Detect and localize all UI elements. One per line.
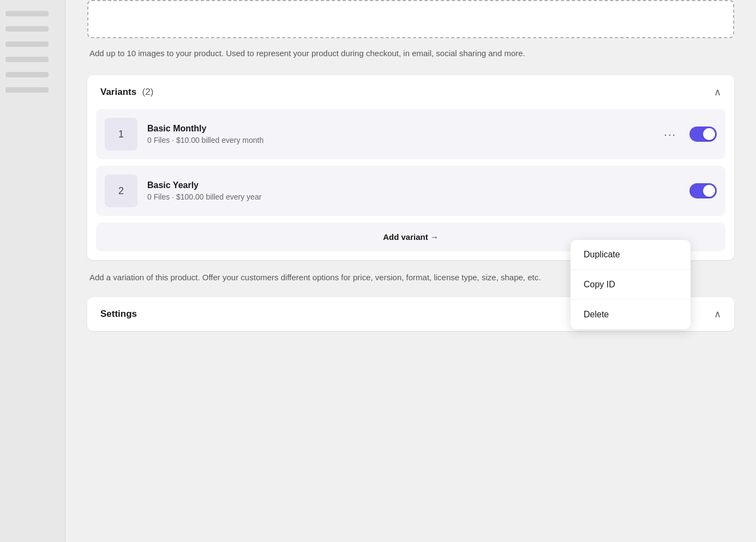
chevron-up-icon: ∧ <box>714 86 721 98</box>
variant-details-2: 0 Files · $100.00 billed every year <box>147 192 689 201</box>
variant-actions-2 <box>689 183 717 198</box>
variants-title-group: Variants (2) <box>100 87 153 98</box>
variant-ellipsis-button-1[interactable]: ··· <box>659 126 681 143</box>
sidebar-line <box>5 41 49 47</box>
image-description: Add up to 10 images to your product. Use… <box>87 47 734 60</box>
sidebar <box>0 0 65 542</box>
toggle-track-2 <box>689 183 717 198</box>
variant-name-1: Basic Monthly <box>147 124 659 134</box>
variants-section: Variants (2) ∧ 1 Basic Monthly 0 Files ·… <box>87 75 734 260</box>
settings-title: Settings <box>100 309 137 320</box>
variants-title: Variants <box>100 87 136 97</box>
toggle-thumb-1 <box>703 128 715 140</box>
add-variant-button[interactable]: Add variant → <box>383 232 439 242</box>
variant-info-2: Basic Yearly 0 Files · $100.00 billed ev… <box>147 180 689 201</box>
variant-toggle-1[interactable] <box>689 127 717 142</box>
main-content: Add up to 10 images to your product. Use… <box>65 0 756 542</box>
image-upload-area[interactable] <box>87 0 734 38</box>
sidebar-line <box>5 11 49 16</box>
context-menu-delete[interactable]: Delete <box>571 300 691 329</box>
context-menu-duplicate[interactable]: Duplicate <box>571 240 691 270</box>
variant-toggle-2[interactable] <box>689 183 717 198</box>
settings-chevron-up-icon: ∧ <box>714 308 721 320</box>
sidebar-line <box>5 87 49 93</box>
sidebar-line <box>5 57 49 62</box>
context-menu: Duplicate Copy ID Delete <box>571 240 691 329</box>
variants-body: 1 Basic Monthly 0 Files · $10.00 billed … <box>87 109 734 260</box>
variants-count: (2) <box>142 87 154 97</box>
toggle-thumb-2 <box>703 185 715 197</box>
variant-item-1: 1 Basic Monthly 0 Files · $10.00 billed … <box>96 109 725 159</box>
page-layout: Add up to 10 images to your product. Use… <box>0 0 756 542</box>
variant-item-2: 2 Basic Yearly 0 Files · $100.00 billed … <box>96 166 725 216</box>
variant-details-1: 0 Files · $10.00 billed every month <box>147 136 659 144</box>
variant-actions-1: ··· <box>659 126 717 143</box>
sidebar-line <box>5 72 49 77</box>
variants-header[interactable]: Variants (2) ∧ <box>87 75 734 109</box>
variant-name-2: Basic Yearly <box>147 180 689 190</box>
variant-number-1: 1 <box>105 118 137 150</box>
context-menu-copy-id[interactable]: Copy ID <box>571 270 691 300</box>
variant-info-1: Basic Monthly 0 Files · $10.00 billed ev… <box>147 124 659 144</box>
variant-number-2: 2 <box>105 174 137 207</box>
sidebar-line <box>5 26 49 32</box>
sidebar-nav <box>0 0 65 104</box>
toggle-track-1 <box>689 127 717 142</box>
